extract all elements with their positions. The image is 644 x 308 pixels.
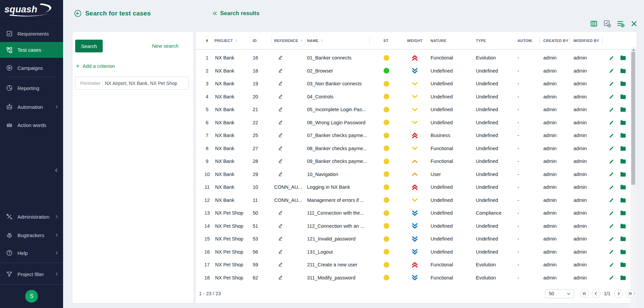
cell-name[interactable]: 03_Non Banker connects: [306, 81, 371, 86]
sidebar-item-reporting[interactable]: Reporting: [0, 80, 63, 96]
cell-name[interactable]: 131_Logout: [306, 249, 371, 255]
edit-reference-icon[interactable]: [278, 119, 283, 125]
edit-row-icon[interactable]: [609, 184, 614, 190]
edit-reference-icon[interactable]: [278, 210, 283, 215]
table-row[interactable]: 17NX Pet Shop59 211_Create a new userFun…: [196, 258, 631, 271]
open-folder-icon[interactable]: [620, 120, 626, 125]
table-row[interactable]: 3NX Bank19 03_Non Banker connectsUndefin…: [196, 77, 631, 90]
table-row[interactable]: 11NX Bank10CONN_AU...Logging in NX BankU…: [196, 181, 631, 194]
sidebar-item-requirements[interactable]: Requirements: [0, 25, 63, 42]
table-row[interactable]: 9NX Bank28 09_Banker checks payme...Func…: [196, 155, 631, 168]
open-folder-icon[interactable]: [620, 184, 626, 190]
column-header-project[interactable]: PROJECT↑: [214, 37, 252, 44]
table-row[interactable]: 8NX Bank27 08_Banker checks payme...Func…: [196, 142, 631, 155]
edit-row-icon[interactable]: [609, 55, 614, 61]
page-size-select[interactable]: 50: [545, 289, 574, 298]
edit-row-icon[interactable]: [609, 120, 614, 125]
column-header-weight[interactable]: WEIGHT: [402, 37, 428, 44]
table-row[interactable]: 2NX Bank18 02_BrowserUndefinedUndefined-…: [196, 64, 631, 78]
open-folder-icon[interactable]: [620, 159, 626, 164]
add-criteria-list-button[interactable]: [616, 19, 625, 28]
sidebar-item-help[interactable]: Help: [0, 245, 63, 261]
add-to-selection-button[interactable]: [603, 19, 611, 28]
edit-row-icon[interactable]: [609, 249, 614, 255]
cell-name[interactable]: Management of errors if ...: [306, 197, 371, 203]
table-row[interactable]: 16NX Pet Shop56 131_LogoutUndefinedUndef…: [196, 246, 631, 259]
table-row[interactable]: 18NX Pet Shop62 311_Modify_passwordFunct…: [196, 271, 631, 284]
edit-row-icon[interactable]: [609, 262, 614, 268]
sidebar-item-campaigns[interactable]: Campaigns: [0, 59, 63, 76]
cell-name[interactable]: 02_Browser: [306, 68, 371, 74]
column-header-autom[interactable]: AUTOM.: [515, 37, 541, 44]
cell-name[interactable]: Logging in NX Bank: [306, 184, 371, 190]
edit-reference-icon[interactable]: [278, 235, 283, 241]
edit-row-icon[interactable]: [609, 197, 614, 203]
app-logo[interactable]: squash: [0, 0, 63, 19]
edit-row-icon[interactable]: [609, 145, 614, 151]
open-folder-icon[interactable]: [620, 223, 626, 229]
table-row[interactable]: 5NX Bank21 05_Incomplete Login Pas...Und…: [196, 103, 631, 116]
last-page-button[interactable]: [626, 289, 634, 298]
open-folder-icon[interactable]: [620, 197, 626, 203]
edit-row-icon[interactable]: [609, 133, 614, 138]
column-header-created-by[interactable]: CREATED BY: [541, 37, 571, 44]
edit-reference-icon[interactable]: [278, 106, 283, 112]
edit-reference-icon[interactable]: [278, 145, 283, 151]
perimeter-criterion-field[interactable]: Perimeter : NX Airport, NX Bank, NX Pet …: [75, 77, 189, 90]
cell-name[interactable]: 08_Banker checks payme...: [306, 146, 371, 151]
edit-reference-icon[interactable]: [278, 274, 283, 280]
edit-reference-icon[interactable]: [278, 171, 283, 177]
edit-row-icon[interactable]: [609, 171, 614, 177]
sidebar-item-action-words[interactable]: Action words: [0, 117, 63, 133]
cell-name[interactable]: 211_Create a new user: [306, 262, 371, 267]
table-row[interactable]: 14NX Pet Shop51 112_Connection with an .…: [196, 220, 631, 233]
scrollbar-thumb[interactable]: [631, 52, 635, 185]
cell-name[interactable]: 112_Connection with an ...: [306, 223, 371, 229]
column-header-modified-by[interactable]: MODIFIED BY: [571, 37, 603, 44]
column-header-type[interactable]: TYPE: [473, 37, 515, 44]
table-row[interactable]: 13NX Pet Shop50 111_Connection with the.…: [196, 207, 631, 220]
open-folder-icon[interactable]: [620, 210, 626, 216]
vertical-scrollbar[interactable]: [631, 47, 636, 308]
open-folder-icon[interactable]: [620, 81, 626, 86]
cell-name[interactable]: 311_Modify_password: [306, 275, 371, 280]
cell-name[interactable]: 111_Connection with the...: [306, 210, 371, 216]
search-results-link[interactable]: Search results: [212, 10, 259, 17]
table-row[interactable]: 4NX Bank20 04_ControlsUndefinedUndefined…: [196, 90, 631, 103]
open-folder-icon[interactable]: [620, 249, 626, 255]
edit-reference-icon[interactable]: [278, 249, 283, 254]
edit-reference-icon[interactable]: [278, 132, 283, 138]
sidebar-item-automation[interactable]: Automation: [0, 98, 63, 115]
column-header-id[interactable]: ID: [252, 37, 273, 44]
edit-reference-icon[interactable]: [278, 158, 283, 164]
cell-name[interactable]: 10_Navigation: [306, 172, 371, 177]
edit-reference-icon[interactable]: [278, 54, 283, 60]
column-header-name[interactable]: NAME↑: [306, 37, 371, 44]
first-page-button[interactable]: [580, 289, 589, 298]
edit-reference-icon[interactable]: [278, 261, 283, 267]
edit-reference-icon[interactable]: [278, 80, 283, 86]
add-criterion-button[interactable]: + Add a criterion: [76, 63, 115, 69]
open-folder-icon[interactable]: [620, 275, 626, 280]
open-folder-icon[interactable]: [620, 55, 626, 60]
open-folder-icon[interactable]: [620, 146, 626, 151]
cell-name[interactable]: 07_Banker checks payme...: [306, 133, 371, 138]
open-folder-icon[interactable]: [620, 68, 626, 74]
edit-row-icon[interactable]: [609, 81, 614, 87]
edit-reference-icon[interactable]: [278, 93, 283, 99]
edit-row-icon[interactable]: [609, 223, 614, 229]
edit-row-icon[interactable]: [609, 94, 614, 99]
open-folder-icon[interactable]: [620, 172, 626, 177]
sidebar-item-test-cases[interactable]: Test cases: [0, 42, 63, 58]
edit-row-icon[interactable]: [609, 68, 614, 74]
edit-row-icon[interactable]: [609, 159, 614, 164]
user-avatar[interactable]: S: [25, 290, 38, 303]
cell-name[interactable]: 01_Banker connects: [306, 55, 371, 60]
new-search-link[interactable]: New search: [152, 43, 179, 49]
table-row[interactable]: 6NX Bank22 06_Wrong Login PasswordUndefi…: [196, 116, 631, 129]
back-button[interactable]: [74, 10, 82, 17]
search-button[interactable]: Search: [75, 40, 103, 52]
sidebar-collapse-button[interactable]: [52, 166, 60, 174]
table-row[interactable]: 1NX Bank16 01_Banker connectsFunctionalE…: [196, 51, 631, 64]
open-folder-icon[interactable]: [620, 107, 626, 112]
